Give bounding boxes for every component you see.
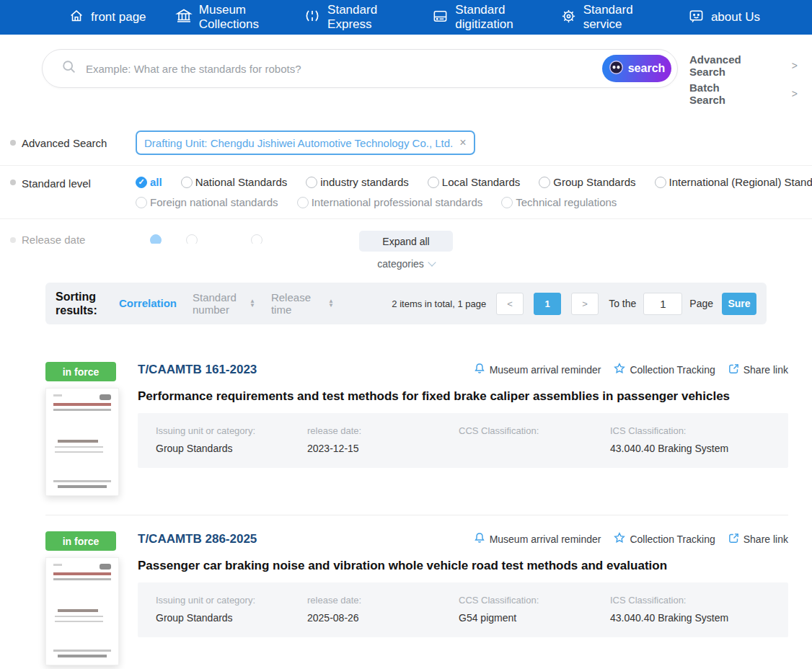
search-results: in force T/CAAMTB 161-2023 Museum arriva…	[0, 362, 812, 665]
nav-item-label: Museum Collections	[199, 3, 275, 31]
detail-cell: ICS Classification: 43.040.40 Braking Sy…	[610, 425, 788, 454]
radio-release-date-option[interactable]	[251, 234, 262, 244]
sort-arrows-icon: ▲▼	[328, 299, 334, 309]
sorting-bar: Sorting results: Correlation Standard nu…	[45, 283, 767, 324]
radio-label: all	[150, 176, 162, 188]
action-label: Collection Tracking	[630, 533, 715, 545]
standard-title-link[interactable]: Passenger car braking noise and vibratio…	[138, 559, 788, 573]
museum-arrival-reminder-action[interactable]: Museum arrival reminder	[473, 531, 601, 547]
share-icon	[728, 532, 740, 547]
action-label: Museum arrival reminder	[490, 533, 601, 545]
pagination-page-1-button[interactable]: 1	[534, 293, 561, 315]
detail-value: 43.040.40 Braking System	[610, 612, 788, 624]
search-bar: search	[42, 49, 678, 88]
standard-cover-thumbnail[interactable]	[45, 557, 119, 665]
radio-industry-standards[interactable]: industry standards	[306, 176, 409, 188]
museum-arrival-reminder-action[interactable]: Museum arrival reminder	[473, 362, 601, 378]
nav-item-standard-express[interactable]: Standard Express	[304, 3, 403, 31]
result-header: T/CAAMTB 161-2023 Museum arrival reminde…	[138, 362, 788, 378]
standard-number-link[interactable]: T/CAAMTB 161-2023	[138, 363, 257, 377]
nav-item-label: Standard service	[583, 3, 659, 31]
detail-value: 2025-08-26	[307, 612, 459, 624]
standard-title-link[interactable]: Performance requirements and test method…	[138, 389, 788, 404]
radio-group-standards[interactable]: Group Standards	[539, 176, 635, 188]
pagination-prev-button[interactable]: <	[496, 293, 524, 315]
bullet-dot-icon	[10, 237, 16, 243]
detail-value: 2023-12-15	[307, 443, 459, 454]
radio-circle-icon	[655, 177, 666, 188]
standard-level-filter-row: Standard level ✓all National Standards i…	[0, 176, 812, 208]
sort-tab-correlation[interactable]: Correlation	[119, 297, 177, 309]
detail-value: Group Standards	[156, 612, 307, 624]
share-link-action[interactable]: Share link	[728, 363, 788, 378]
search-input[interactable]	[86, 63, 602, 75]
nav-item-label: about Us	[711, 10, 760, 25]
share-link-action[interactable]: Share link	[728, 532, 788, 547]
categories-toggle[interactable]: categories	[0, 258, 812, 270]
radio-circle-icon	[539, 177, 550, 188]
advanced-search-filter-label: Advanced Search	[22, 137, 136, 149]
search-section: search Advanced Search > Batch Search >	[0, 35, 812, 109]
detail-label: ICS Classification:	[610, 595, 788, 606]
close-icon[interactable]: ×	[459, 136, 466, 149]
standard-number-link[interactable]: T/CAAMTB 286-2025	[138, 532, 257, 546]
gear-icon	[560, 8, 577, 27]
batch-search-link[interactable]: Batch Search >	[689, 81, 798, 107]
nav-item-standard-service[interactable]: Standard service	[560, 3, 659, 31]
sort-tab-release-time[interactable]: Release time ▲▼	[271, 291, 334, 316]
nav-item-museum-collections[interactable]: Museum Collections	[175, 3, 275, 31]
radio-release-date-option[interactable]	[186, 234, 198, 244]
sort-tab-standard-number[interactable]: Standard number ▲▼	[193, 291, 255, 316]
nav-item-front-page[interactable]: front page	[69, 8, 146, 27]
advanced-search-link[interactable]: Advanced Search >	[689, 53, 798, 79]
bullet-dot-icon	[10, 180, 16, 185]
collection-tracking-action[interactable]: Collection Tracking	[613, 531, 715, 547]
museum-icon	[175, 7, 193, 27]
goto-page-label: To the	[609, 298, 636, 309]
divider	[45, 515, 788, 515]
pagination-next-button[interactable]: >	[571, 293, 599, 315]
radio-foreign-national-standards[interactable]: Foreign national standards	[136, 196, 278, 208]
radio-label: Group Standards	[553, 176, 635, 188]
result-actions: Museum arrival reminder Collection Track…	[473, 362, 788, 378]
status-badge: in force	[45, 531, 116, 551]
expand-all-button[interactable]: Expand all	[359, 231, 453, 252]
radio-all[interactable]: ✓all	[136, 176, 162, 188]
top-navigation: front page Museum Collections Standard E…	[0, 0, 812, 35]
standard-detail-box: Issuing unit or category: Group Standard…	[138, 413, 788, 468]
advanced-search-link-label: Advanced Search	[689, 53, 754, 79]
radio-circle-icon	[501, 197, 513, 208]
radio-local-standards[interactable]: Local Standards	[428, 176, 520, 188]
radio-national-standards[interactable]: National Standards	[181, 176, 288, 188]
action-label: Collection Tracking	[630, 364, 715, 376]
bell-icon	[473, 362, 486, 378]
radio-circle-icon	[306, 177, 317, 188]
detail-cell: CCS Classification:	[459, 425, 610, 454]
result-actions: Museum arrival reminder Collection Track…	[473, 531, 788, 547]
radio-international-professional-standards[interactable]: International professional standards	[297, 196, 483, 208]
detail-cell: CCS Classification: G54 pigment	[459, 595, 610, 624]
collection-tracking-action[interactable]: Collection Tracking	[613, 362, 715, 378]
goto-confirm-button[interactable]: Sure	[722, 293, 756, 315]
detail-cell: ICS Classification: 43.040.40 Braking Sy…	[610, 595, 788, 624]
detail-label: release date:	[307, 425, 459, 436]
detail-value: 43.040.40 Braking System	[610, 443, 788, 454]
nav-item-standard-digitization[interactable]: Standard digitization	[432, 3, 531, 31]
detail-label: release date:	[307, 595, 459, 606]
radio-international-regional-standards[interactable]: International (Regional) Standards	[655, 176, 812, 188]
sort-arrows-icon: ▲▼	[250, 299, 255, 309]
standard-cover-thumbnail[interactable]	[45, 388, 119, 496]
radio-technical-regulations[interactable]: Technical regulations	[501, 196, 617, 208]
search-button[interactable]: search	[602, 55, 671, 82]
radio-label: Local Standards	[442, 176, 520, 188]
divider	[0, 165, 812, 166]
robot-icon	[609, 60, 624, 78]
goto-page-input[interactable]	[643, 293, 682, 315]
action-label: Museum arrival reminder	[490, 364, 601, 376]
page-word-label: Page	[689, 298, 713, 309]
radio-release-date-all[interactable]	[150, 234, 162, 244]
detail-label: Issuing unit or category:	[156, 595, 307, 606]
nav-item-about-us[interactable]: about Us	[688, 8, 760, 27]
result-item: in force T/CAAMTB 286-2025 Museum arriva…	[45, 531, 788, 665]
radio-label: International (Regional) Standards	[669, 176, 812, 188]
